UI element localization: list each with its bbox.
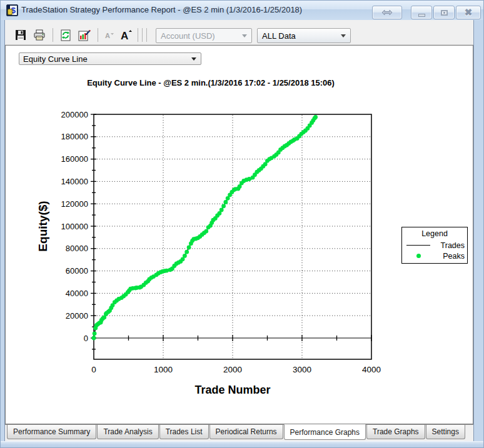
frame-edge — [473, 20, 474, 441]
resize-horizontal-icon — [381, 9, 393, 16]
chevron-down-icon — [341, 34, 346, 37]
title-bar: $ TradeStation Strategy Performance Repo… — [1, 1, 484, 20]
print-button[interactable] — [33, 28, 46, 42]
svg-text:60000: 60000 — [66, 266, 88, 276]
database-icon — [8, 9, 13, 15]
graph-type-dropdown-value: Equity Curve Line — [23, 54, 88, 64]
legend-label: Peaks — [435, 252, 467, 261]
decrease-font-button[interactable]: A — [103, 28, 115, 42]
svg-text:40000: 40000 — [66, 289, 88, 298]
dot-sample-icon — [402, 254, 435, 258]
svg-text:140000: 140000 — [61, 177, 88, 186]
close-icon: ✖ — [465, 7, 473, 18]
window-title: TradeStation Strategy Performance Report… — [21, 5, 302, 14]
tab-trade-graphs[interactable]: Trade Graphs — [366, 425, 425, 439]
svg-text:4000: 4000 — [362, 365, 381, 374]
tab-settings[interactable]: Settings — [426, 425, 465, 439]
tab-trade-analysis[interactable]: Trade Analysis — [97, 425, 158, 439]
tab-performance-graphs[interactable]: Performance Graphs — [284, 424, 366, 440]
decrease-font-icon: A — [103, 29, 114, 41]
maximize-button[interactable] — [433, 6, 455, 19]
graph-type-dropdown[interactable]: Equity Curve Line — [19, 52, 201, 65]
chart-legend: Legend TradesPeaks — [401, 227, 468, 264]
resize-horizontal-button[interactable] — [372, 6, 402, 19]
svg-text:180000: 180000 — [61, 132, 88, 141]
toolbar-separator — [98, 28, 98, 42]
svg-text:80000: 80000 — [66, 244, 88, 253]
toolbar-separator — [142, 28, 143, 42]
account-dropdown-value: Account (USD) — [161, 31, 215, 41]
increase-font-icon: A — [119, 29, 133, 41]
svg-text:3000: 3000 — [293, 365, 311, 374]
svg-text:2000: 2000 — [223, 365, 242, 374]
increase-font-button[interactable]: A — [119, 28, 134, 42]
data-range-dropdown-value: ALL Data — [262, 31, 296, 41]
report-settings-button[interactable] — [78, 28, 91, 42]
chart-title: Equity Curve Line - @ES 2 min.(1/3/2016 … — [36, 78, 386, 87]
svg-text:160000: 160000 — [61, 154, 88, 164]
account-dropdown[interactable]: Account (USD) — [156, 28, 252, 43]
refresh-button[interactable] — [59, 28, 73, 42]
legend-rows: TradesPeaks — [402, 240, 467, 261]
tab-bar: Performance SummaryTrade AnalysisTrades … — [5, 424, 473, 441]
svg-text:A: A — [121, 30, 128, 41]
window-bottom-frame — [1, 441, 484, 448]
legend-item-trades: Trades — [402, 240, 467, 251]
svg-text:200000: 200000 — [61, 110, 88, 119]
frame-edge — [4, 20, 5, 441]
chevron-down-icon — [242, 34, 247, 37]
toolbar-separator — [146, 28, 147, 42]
minimize-icon — [418, 14, 425, 17]
maximize-icon — [441, 10, 448, 16]
svg-text:0: 0 — [84, 334, 88, 343]
line-sample-icon — [402, 245, 435, 246]
report-settings-icon — [78, 29, 91, 41]
refresh-icon — [60, 29, 71, 41]
tab-trades-list[interactable]: Trades List — [159, 425, 209, 439]
svg-text:Trade Number: Trade Number — [194, 384, 270, 396]
equity-chart: 0200004000060000800001000001200001400001… — [36, 95, 395, 414]
minimize-button[interactable] — [411, 6, 432, 19]
chevron-down-icon — [191, 57, 196, 61]
close-button[interactable]: ✖ — [456, 6, 481, 19]
toolbar: A A Account (USD) ALL Data — [5, 20, 473, 45]
app-icon: $ — [6, 4, 18, 16]
toolbar-separator — [138, 28, 138, 42]
svg-text:0: 0 — [91, 365, 96, 374]
svg-text:1000: 1000 — [154, 365, 173, 374]
svg-text:20000: 20000 — [66, 311, 88, 321]
app-window: $ TradeStation Strategy Performance Repo… — [0, 0, 484, 448]
toolbar-separator — [53, 28, 53, 42]
svg-text:100000: 100000 — [61, 222, 88, 231]
svg-text:Equity($): Equity($) — [36, 201, 49, 251]
svg-text:A: A — [105, 32, 110, 39]
tab-performance-summary[interactable]: Performance Summary — [7, 425, 96, 439]
legend-label: Trades — [435, 241, 467, 250]
report-area: Equity Curve Line Equity Curve Line - @E… — [5, 45, 473, 424]
legend-title: Legend — [402, 227, 467, 240]
print-icon — [33, 29, 46, 41]
tab-periodical-returns[interactable]: Periodical Returns — [209, 425, 283, 439]
save-icon — [15, 29, 26, 41]
legend-item-peaks: Peaks — [402, 251, 467, 261]
data-range-dropdown[interactable]: ALL Data — [257, 28, 351, 43]
svg-text:120000: 120000 — [61, 199, 88, 209]
save-button[interactable] — [14, 28, 28, 42]
